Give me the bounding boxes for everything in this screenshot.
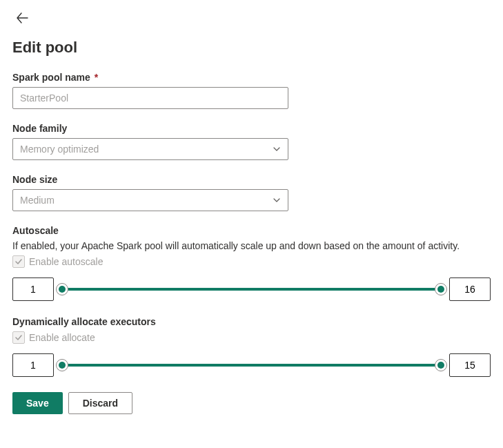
required-marker: * [95, 72, 98, 83]
discard-button[interactable]: Discard [68, 392, 132, 414]
executors-min-input[interactable] [12, 353, 54, 377]
slider-thumb-min[interactable] [56, 283, 68, 295]
slider-thumb-max[interactable] [435, 359, 447, 371]
executors-slider[interactable] [62, 364, 441, 367]
save-button[interactable]: Save [12, 392, 63, 414]
check-icon [14, 333, 23, 342]
autoscale-label: Autoscale [12, 225, 491, 236]
autoscale-checkbox[interactable] [12, 255, 25, 268]
field-pool-name: Spark pool name * [12, 72, 491, 109]
slider-thumb-min[interactable] [56, 359, 68, 371]
node-size-dropdown[interactable]: Medium [12, 189, 288, 211]
autoscale-max-input[interactable] [449, 277, 491, 301]
page-title: Edit pool [12, 39, 491, 57]
action-bar: Save Discard [12, 392, 491, 414]
node-size-value: Medium [20, 195, 55, 206]
autoscale-checkbox-label: Enable autoscale [29, 256, 103, 267]
field-executors: Dynamically allocate executors Enable al… [12, 316, 491, 377]
node-size-label: Node size [12, 174, 491, 185]
pool-name-label-text: Spark pool name [12, 72, 90, 83]
node-family-dropdown[interactable]: Memory optimized [12, 138, 288, 160]
executors-checkbox-label: Enable allocate [29, 332, 95, 343]
autoscale-checkbox-row: Enable autoscale [12, 255, 491, 268]
pool-name-label: Spark pool name * [12, 72, 491, 83]
check-icon [14, 257, 23, 266]
node-family-value: Memory optimized [20, 144, 99, 155]
autoscale-slider[interactable] [62, 288, 441, 291]
executors-checkbox[interactable] [12, 331, 25, 344]
executors-checkbox-row: Enable allocate [12, 331, 491, 344]
pool-name-input[interactable] [12, 87, 288, 109]
field-node-family: Node family Memory optimized [12, 123, 491, 160]
back-button[interactable] [12, 8, 32, 28]
autoscale-slider-row [12, 277, 491, 301]
field-autoscale: Autoscale If enabled, your Apache Spark … [12, 225, 491, 301]
arrow-left-icon [16, 12, 28, 24]
chevron-down-icon [273, 145, 281, 153]
field-node-size: Node size Medium [12, 174, 491, 211]
slider-thumb-max[interactable] [435, 283, 447, 295]
executors-max-input[interactable] [449, 353, 491, 377]
node-family-label: Node family [12, 123, 491, 134]
chevron-down-icon [273, 196, 281, 204]
executors-slider-row [12, 353, 491, 377]
executors-label: Dynamically allocate executors [12, 316, 491, 327]
autoscale-help: If enabled, your Apache Spark pool will … [12, 240, 491, 251]
autoscale-min-input[interactable] [12, 277, 54, 301]
